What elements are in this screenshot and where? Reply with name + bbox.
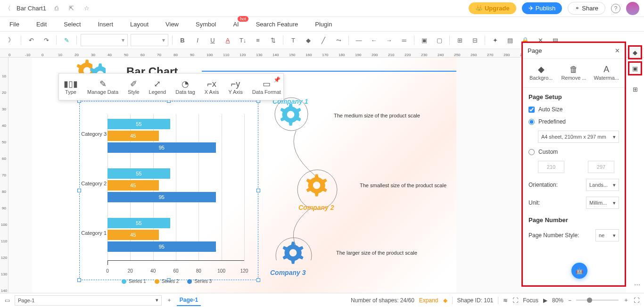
layers-icon[interactable]: ≋	[503, 297, 508, 304]
menu-search[interactable]: Search Feature	[256, 21, 298, 28]
background-button[interactable]: ◆Backgro...	[527, 64, 555, 81]
chart-toolbar: ▮▯▮Type ✎Manage Data ✐Style ⤢Legend ◔Dat…	[58, 73, 284, 100]
theme-icon[interactable]: ◆	[628, 45, 642, 59]
chart-legend-button[interactable]: ⤢Legend	[144, 79, 171, 95]
arrow-start-icon[interactable]: ←	[368, 34, 380, 46]
remove-button[interactable]: 🗑Remove ...	[560, 64, 588, 81]
company-desc: The medium size of the product scale	[334, 113, 420, 118]
auto-size-checkbox[interactable]	[528, 107, 535, 113]
manage-data-button[interactable]: ✎Manage Data	[83, 79, 123, 95]
beautify-icon[interactable]: ✦	[489, 34, 501, 46]
bar-chart[interactable]: 020406080100120Category 3554595Category …	[107, 114, 258, 265]
add-page-icon[interactable]: ＋	[166, 296, 172, 304]
resize-handle[interactable]	[77, 189, 81, 192]
connector-icon[interactable]: ⤳	[332, 34, 345, 46]
chart-xaxis-button[interactable]: ⌐xX Axis	[200, 79, 224, 95]
align-icon[interactable]: ≡	[252, 34, 264, 46]
pin-icon[interactable]: 📌	[273, 76, 281, 83]
presentation-icon[interactable]: ▶	[543, 297, 547, 304]
publish-button[interactable]: ✈ Publish	[522, 2, 562, 14]
menu-select[interactable]: Select	[64, 21, 81, 28]
arrow-end-icon[interactable]: →	[383, 34, 395, 46]
predefined-radio[interactable]	[528, 119, 535, 125]
fill-icon[interactable]: ◆	[302, 34, 314, 46]
crop-icon[interactable]: ▨	[504, 34, 516, 46]
resize-handle[interactable]	[77, 278, 81, 282]
menu-edit[interactable]: Edit	[36, 21, 47, 28]
bring-front-icon[interactable]: ▣	[418, 34, 430, 46]
pages-icon[interactable]: ▭	[5, 297, 10, 304]
save-icon[interactable]: ⎙	[52, 4, 61, 13]
expand-panel-icon[interactable]: 》	[5, 34, 17, 46]
zoom-out-icon[interactable]: −	[568, 297, 571, 304]
redo-icon[interactable]: ↷	[40, 34, 52, 46]
grid-icon[interactable]: ⊞	[628, 82, 642, 96]
zoom-slider[interactable]	[576, 299, 619, 301]
chart-datatag-button[interactable]: ◔Data tag	[171, 79, 200, 95]
custom-height-input[interactable]	[588, 161, 614, 173]
line-weight-icon[interactable]: ═	[398, 34, 410, 46]
gear-icon	[277, 102, 303, 128]
predefined-select[interactable]: A4 sheet, 210mm x 297 mm▾	[538, 131, 619, 143]
custom-width-input[interactable]	[538, 161, 564, 173]
gear-icon	[303, 173, 334, 204]
text-direction-icon[interactable]: T↓	[237, 34, 249, 46]
chart-type-button[interactable]: ▮▯▮Type	[59, 79, 83, 95]
right-icon-rail: ◆ ▣ ⊞	[626, 41, 644, 98]
diamond-icon: ◆	[443, 297, 447, 304]
chart-style-button[interactable]: ✐Style	[123, 79, 144, 95]
back-icon[interactable]: 〈	[5, 4, 11, 13]
format-painter-icon[interactable]: ✎	[60, 34, 73, 46]
line-spacing-icon[interactable]: ⇅	[267, 34, 279, 46]
bold-icon[interactable]: B	[176, 34, 189, 46]
menu-file[interactable]: File	[9, 21, 19, 28]
company-desc: The larger size of the product scale	[336, 250, 417, 256]
send-back-icon[interactable]: ▢	[433, 34, 446, 46]
undo-icon[interactable]: ↶	[25, 34, 37, 46]
custom-radio[interactable]	[528, 149, 535, 155]
menu-insert[interactable]: Insert	[98, 21, 114, 28]
more-icon[interactable]: ⋯	[634, 281, 640, 288]
star-icon[interactable]: ☆	[82, 4, 91, 13]
font-size-select[interactable]: ▾	[131, 34, 168, 46]
page-tab[interactable]: Page-1	[177, 295, 201, 306]
focus-icon[interactable]: ⛶	[512, 297, 518, 304]
menu-plugin[interactable]: Plugin	[315, 21, 332, 28]
underline-icon[interactable]: U	[206, 34, 219, 46]
font-family-select[interactable]: ▾	[81, 34, 128, 46]
watermark-button[interactable]: AWaterma...	[592, 64, 620, 81]
menu-layout[interactable]: Layout	[130, 21, 149, 28]
pagenum-style-select[interactable]: ne▾	[595, 229, 619, 241]
fullscreen-icon[interactable]: ⛶	[634, 297, 639, 304]
close-icon[interactable]: ✕	[615, 47, 620, 54]
share-button[interactable]: ⚬ Share	[568, 2, 605, 15]
font-color-icon[interactable]: A	[222, 34, 234, 46]
export-icon[interactable]: ⇱	[67, 4, 76, 13]
page-settings-icon[interactable]: ▣	[628, 61, 642, 75]
resize-handle[interactable]	[256, 278, 260, 282]
text-box-icon[interactable]: T	[287, 34, 299, 46]
assistant-icon[interactable]: 🤖	[571, 263, 587, 279]
orientation-select[interactable]: Lands...▾	[586, 179, 619, 191]
line-color-icon[interactable]: ╱	[317, 34, 330, 46]
ruler-vertical: 1020304050607080901001101201301401501601…	[0, 58, 8, 293]
menu-ai[interactable]: AIhot	[233, 21, 239, 28]
title-underline	[202, 71, 456, 72]
ungroup-icon[interactable]: ⊟	[469, 34, 481, 46]
page-select[interactable]: Page-1▾	[15, 295, 162, 306]
menu-symbol[interactable]: Symbol	[196, 21, 216, 28]
zoom-in-icon[interactable]: ＋	[623, 296, 629, 304]
zoom-level[interactable]: 80%	[552, 297, 563, 304]
expand-link[interactable]: Expand	[419, 297, 438, 304]
unit-select[interactable]: Millim...▾	[586, 197, 619, 209]
italic-icon[interactable]: I	[191, 34, 204, 46]
menu-view[interactable]: View	[165, 21, 179, 28]
line-style-icon[interactable]: —	[353, 34, 365, 46]
company-desc: The smallest size of the product scale	[360, 183, 446, 188]
group-icon[interactable]: ⊞	[454, 34, 466, 46]
chart-yaxis-button[interactable]: ⌐yY Axis	[223, 79, 247, 95]
page-panel: Page ✕ ◆Backgro... 🗑Remove ... AWaterma.…	[521, 41, 626, 287]
avatar[interactable]	[626, 2, 639, 15]
help-icon[interactable]: ?	[611, 4, 620, 13]
upgrade-button[interactable]: 👑 Upgrade	[469, 2, 516, 14]
